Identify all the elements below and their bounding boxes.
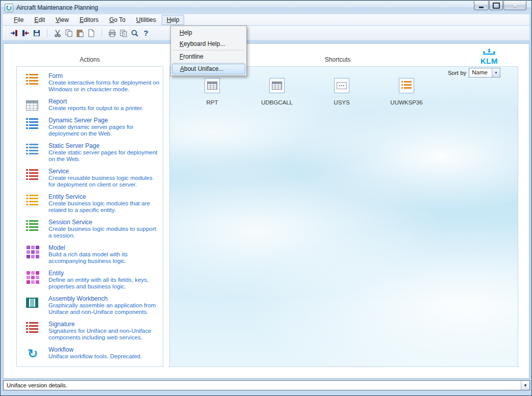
action-item-form[interactable]: Form Create interactive forms for deploy… xyxy=(17,71,163,94)
cut-icon xyxy=(54,29,62,37)
menu-item-goto[interactable]: Go To xyxy=(104,15,131,25)
application-icon xyxy=(5,4,13,12)
exit-button[interactable] xyxy=(9,28,20,39)
menu-item-help-topic[interactable]: Help xyxy=(172,27,245,38)
action-description: Create business logic modules that are r… xyxy=(48,200,160,214)
action-description: Create interactive forms for deployment … xyxy=(48,80,160,93)
menu-item-edit[interactable]: Edit xyxy=(29,15,50,25)
action-title[interactable]: Form xyxy=(48,72,160,80)
shortcut-uuwksp36[interactable]: UUWKSP36 xyxy=(384,78,429,105)
action-title[interactable]: Signature xyxy=(48,321,160,328)
sort-by-dropdown[interactable]: Name xyxy=(469,68,500,77)
report-icon xyxy=(26,100,38,111)
shortcut-label: USYS xyxy=(319,99,365,105)
menu-item-frontline[interactable]: Frontline xyxy=(172,51,245,62)
toolbar: ? xyxy=(3,26,529,40)
cut-button[interactable] xyxy=(52,28,63,39)
menu-separator xyxy=(173,63,244,63)
action-item-model[interactable]: Model Build a rich data model with its a… xyxy=(17,243,163,266)
close-button[interactable] xyxy=(503,1,526,10)
menu-item-about-uniface[interactable]: About Uniface... xyxy=(172,64,245,74)
action-title[interactable]: Workflow xyxy=(48,346,160,353)
chevron-down-icon[interactable] xyxy=(521,381,529,390)
retrieve-button[interactable] xyxy=(20,28,31,39)
shortcut-usys[interactable]: USYS xyxy=(319,78,365,105)
help-button[interactable]: ? xyxy=(140,28,151,39)
action-description: Create static server pages for deploymen… xyxy=(48,149,160,163)
paste-button[interactable] xyxy=(74,28,86,39)
action-title[interactable]: Session Service xyxy=(48,219,160,226)
bottom-dropdown[interactable]: Uniface version details. xyxy=(3,380,530,390)
ellipsis-box-icon xyxy=(337,82,347,89)
shortcut-label: UDBGCALL xyxy=(254,99,300,105)
klm-logo-text: KLM xyxy=(478,57,500,65)
action-title[interactable]: Model xyxy=(48,244,160,251)
app-window: Aircraft Maintenance Planning File Edit … xyxy=(0,0,532,396)
print-button[interactable] xyxy=(107,28,118,39)
report-grid-icon xyxy=(272,82,282,90)
action-item-signature[interactable]: Signature Signatures for Uniface and non… xyxy=(17,319,163,342)
menu-item-editors[interactable]: Editors xyxy=(74,15,104,25)
minimize-button[interactable] xyxy=(474,1,489,10)
action-title[interactable]: Assembly Workbench xyxy=(48,295,160,302)
sort-bar: Sort by Name xyxy=(448,68,500,77)
action-item-static-server-page[interactable]: Static Server Page Create static server … xyxy=(17,141,163,164)
action-item-entity-service[interactable]: Entity Service Create business logic mod… xyxy=(17,192,163,215)
shortcut-rpt[interactable]: RPT xyxy=(189,78,235,105)
klm-crown-icon xyxy=(481,48,497,55)
action-description: Graphically assemble an application from… xyxy=(48,302,160,315)
content-frame: Actions Shortcuts KLM Form Create intera… xyxy=(3,43,529,379)
menu-item-utilities[interactable]: Utilities xyxy=(131,15,161,25)
new-document-button[interactable] xyxy=(86,28,97,39)
action-item-session-service[interactable]: Session Service Create business logic mo… xyxy=(17,217,163,241)
print-preview-button[interactable] xyxy=(118,28,129,39)
uniface-logo-icon xyxy=(6,5,12,11)
action-item-entity[interactable]: Entity Define an entity with all its fie… xyxy=(17,268,163,292)
action-description: Create dynamic server pages for deployme… xyxy=(48,124,160,137)
action-item-dynamic-server-page[interactable]: Dynamic Server Page Create dynamic serve… xyxy=(17,115,163,139)
print-icon xyxy=(108,29,116,37)
action-description: Create reports for output to a printer. xyxy=(48,105,160,112)
menu-item-keyboard-help[interactable]: Keyboard Help... xyxy=(172,38,245,49)
signature-icon xyxy=(26,322,38,334)
shortcut-udbgcall[interactable]: UDBGCALL xyxy=(254,78,300,105)
actions-header: Actions xyxy=(16,56,163,63)
maximize-button[interactable] xyxy=(489,1,503,10)
klm-logo: KLM xyxy=(478,48,500,65)
action-description: Signatures for Uniface and non-Uniface c… xyxy=(48,328,160,341)
shortcut-list: RPT UDBGCALL USYS UUWKSP36 xyxy=(189,78,429,105)
sort-by-value: Name xyxy=(469,68,492,77)
help-menu-popup: Help Keyboard Help... Frontline About Un… xyxy=(170,25,247,76)
action-title[interactable]: Service xyxy=(48,168,160,175)
action-item-assembly-workbench[interactable]: Assembly Workbench Graphically assemble … xyxy=(17,294,163,317)
store-button[interactable] xyxy=(31,28,42,39)
action-item-workflow[interactable]: Workflow Uniface workflow tools. Depreca… xyxy=(17,345,163,362)
service-icon xyxy=(26,169,38,181)
session-service-icon xyxy=(26,220,38,232)
menu-item-view[interactable]: View xyxy=(50,15,74,25)
window-title: Aircraft Maintenance Planning xyxy=(16,4,98,11)
new-document-icon xyxy=(87,29,95,37)
copy-button[interactable] xyxy=(63,28,74,39)
action-title[interactable]: Report xyxy=(48,98,160,105)
shortcut-label: RPT xyxy=(189,99,235,105)
action-title[interactable]: Static Server Page xyxy=(48,142,160,149)
help-icon: ? xyxy=(143,29,148,37)
action-item-service[interactable]: Service Create reusable business logic m… xyxy=(17,166,163,190)
paste-icon xyxy=(76,29,84,37)
shortcut-label: UUWKSP36 xyxy=(384,99,429,105)
exit-icon xyxy=(10,29,18,37)
action-title[interactable]: Entity xyxy=(48,270,160,277)
print-preview-icon xyxy=(119,29,128,37)
zoom-button[interactable] xyxy=(129,28,140,39)
menu-item-help[interactable]: Help xyxy=(162,15,185,25)
action-description: Define an entity with all its fields, ke… xyxy=(48,277,160,290)
action-title[interactable]: Dynamic Server Page xyxy=(48,117,160,124)
chevron-down-icon[interactable] xyxy=(492,68,500,77)
action-title[interactable]: Entity Service xyxy=(48,193,160,200)
dynamic-server-page-icon xyxy=(26,118,38,130)
action-item-report[interactable]: Report Create reports for output to a pr… xyxy=(17,96,163,113)
actions-panel: Form Create interactive forms for deploy… xyxy=(16,66,163,367)
menu-item-file[interactable]: File xyxy=(9,15,29,25)
title-bar[interactable]: Aircraft Maintenance Planning xyxy=(1,1,531,14)
